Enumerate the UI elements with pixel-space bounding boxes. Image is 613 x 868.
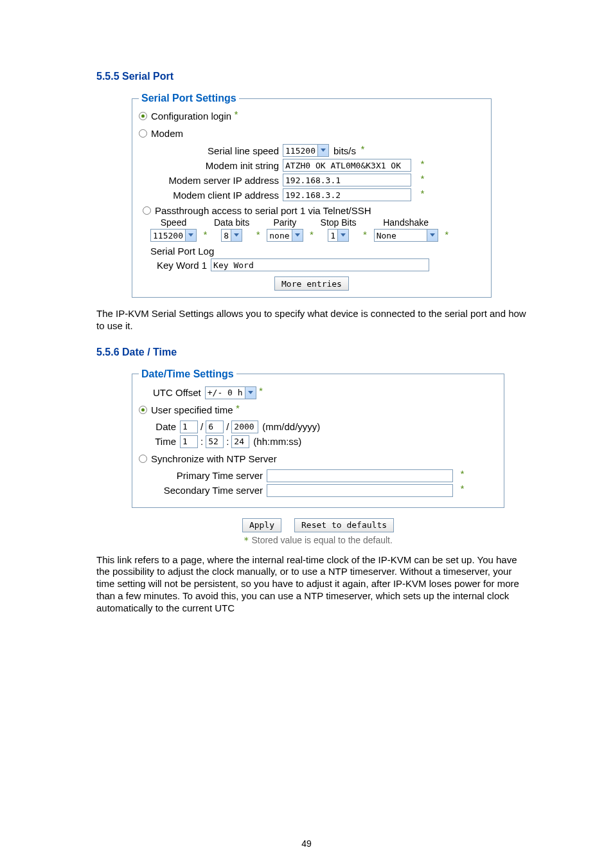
radio-ntp[interactable] — [139, 455, 147, 463]
modem-client-ip-input[interactable]: 192.168.3.2 — [283, 188, 411, 201]
primary-time-server-label: Primary Time server — [150, 470, 267, 481]
slash: / — [198, 421, 206, 432]
passthrough-label: Passthrough access to serial port 1 via … — [155, 205, 371, 216]
star-icon: * — [459, 470, 465, 481]
colon: : — [198, 436, 206, 447]
star-icon: * — [258, 387, 264, 398]
pass-parity-select[interactable]: none — [267, 229, 303, 242]
radio-config-login[interactable] — [139, 112, 147, 120]
star-icon: * — [235, 404, 241, 415]
pass-speed-select[interactable]: 115200 — [150, 229, 197, 242]
modem-server-ip-label: Modem server IP address — [150, 175, 283, 186]
time-mm-input[interactable]: 52 — [206, 435, 224, 448]
more-entries-button[interactable]: More entries — [274, 276, 349, 291]
reset-defaults-button[interactable]: Reset to defaults — [294, 518, 394, 532]
star-icon: * — [362, 231, 368, 242]
config-login-option[interactable]: Configuration login * — [139, 111, 484, 122]
svg-marker-5 — [430, 233, 435, 237]
star-icon: * — [233, 111, 239, 122]
colon: : — [224, 436, 231, 447]
pass-databits-head: Data bits — [214, 217, 249, 228]
serial-paragraph: The IP-KVM Serial Settings allows you to… — [96, 308, 531, 332]
chevron-down-icon[interactable] — [231, 230, 242, 241]
time-label: Time — [150, 436, 180, 447]
primary-time-server-input[interactable] — [267, 469, 453, 482]
secondary-time-server-label: Secondary Time server — [150, 485, 267, 496]
radio-user-time[interactable] — [139, 406, 147, 414]
time-hh-input[interactable]: 1 — [180, 435, 198, 448]
serial-port-legend: Serial Port Settings — [139, 93, 239, 104]
chevron-down-icon[interactable] — [337, 230, 348, 241]
apply-button[interactable]: Apply — [242, 518, 281, 532]
chevron-down-icon[interactable] — [427, 230, 438, 241]
modem-init-string-input[interactable]: ATZH0 OK ATL0M0&K3X1 OK — [283, 159, 411, 172]
modem-option[interactable]: Modem — [139, 128, 484, 139]
modem-client-ip-label: Modem client IP address — [150, 190, 283, 201]
star-icon: * — [202, 231, 208, 242]
keyword1-label: Key Word 1 — [157, 260, 211, 271]
user-time-label: User specified time — [151, 404, 233, 415]
serial-port-heading: 5.5.5 Serial Port — [96, 71, 531, 82]
date-mm-input[interactable]: 1 — [180, 420, 198, 433]
pass-handshake-head: Handshake — [383, 217, 429, 228]
serial-line-speed-label: Serial line speed — [150, 145, 283, 156]
radio-modem[interactable] — [139, 129, 147, 138]
chevron-down-icon[interactable] — [317, 145, 328, 156]
star-icon: * — [459, 485, 465, 496]
star-icon: * — [309, 231, 315, 242]
keyword1-input[interactable]: Key Word — [211, 258, 429, 271]
modem-server-ip-input[interactable]: 192.168.3.1 — [283, 174, 411, 186]
pass-stopbits-head: Stop Bits — [321, 217, 357, 228]
star-icon: * — [360, 145, 366, 156]
date-dd-input[interactable]: 6 — [206, 420, 224, 433]
modem-init-string-label: Modem init string — [150, 160, 283, 171]
time-ss-input[interactable]: 24 — [231, 435, 249, 448]
serial-port-fieldset: Serial Port Settings Configuration login… — [132, 93, 492, 298]
utc-offset-select[interactable]: +/- 0 h — [205, 386, 256, 399]
pass-handshake-select[interactable]: None — [374, 229, 438, 242]
chevron-down-icon[interactable] — [245, 387, 256, 399]
serial-line-speed-unit: bits/s — [333, 145, 356, 156]
secondary-time-server-input[interactable] — [267, 484, 453, 497]
date-yyyy-input[interactable]: 2000 — [231, 420, 258, 433]
svg-marker-6 — [248, 391, 253, 394]
pass-stopbits-select[interactable]: 1 — [328, 229, 349, 242]
chevron-down-icon[interactable] — [292, 230, 303, 241]
modem-label: Modem — [151, 128, 183, 139]
date-label: Date — [150, 421, 180, 432]
star-icon: * — [420, 190, 425, 201]
pass-databits-select[interactable]: 8 — [221, 229, 242, 242]
pass-parity-head: Parity — [274, 217, 297, 228]
svg-marker-4 — [341, 233, 346, 237]
serial-line-speed-select[interactable]: 115200 — [283, 144, 329, 157]
chevron-down-icon[interactable] — [185, 230, 196, 241]
footnote: * Stored value is equal to the default. — [132, 535, 504, 545]
slash: / — [224, 421, 231, 432]
time-hint: (hh:mm:ss) — [253, 436, 301, 447]
utc-offset-label: UTC Offset — [153, 387, 201, 398]
date-time-heading: 5.5.6 Date / Time — [96, 347, 531, 358]
serial-port-log-label: Serial Port Log — [150, 246, 484, 257]
user-time-option[interactable]: User specified time * — [139, 404, 497, 415]
svg-marker-1 — [188, 233, 193, 237]
date-hint: (mm/dd/yyyy) — [262, 421, 320, 432]
star-icon: * — [255, 231, 261, 242]
svg-marker-0 — [321, 149, 326, 152]
star-icon: * — [420, 175, 425, 186]
pass-speed-head: Speed — [161, 217, 186, 228]
star-icon: * — [420, 160, 425, 171]
config-login-label: Configuration login — [151, 111, 231, 122]
svg-marker-3 — [295, 233, 300, 237]
datetime-paragraph: This link refers to a page, where the in… — [96, 554, 531, 615]
ntp-label: Synchronize with NTP Server — [151, 453, 277, 464]
date-time-legend: Date/Time Settings — [139, 368, 236, 380]
ntp-option[interactable]: Synchronize with NTP Server — [139, 453, 497, 464]
passthrough-option[interactable]: Passthrough access to serial port 1 via … — [143, 205, 484, 216]
date-time-fieldset: Date/Time Settings UTC Offset +/- 0 h * … — [132, 368, 504, 508]
radio-passthrough[interactable] — [143, 206, 151, 215]
page-number: 49 — [0, 838, 613, 849]
star-icon: * — [444, 231, 450, 242]
svg-marker-2 — [234, 233, 239, 237]
